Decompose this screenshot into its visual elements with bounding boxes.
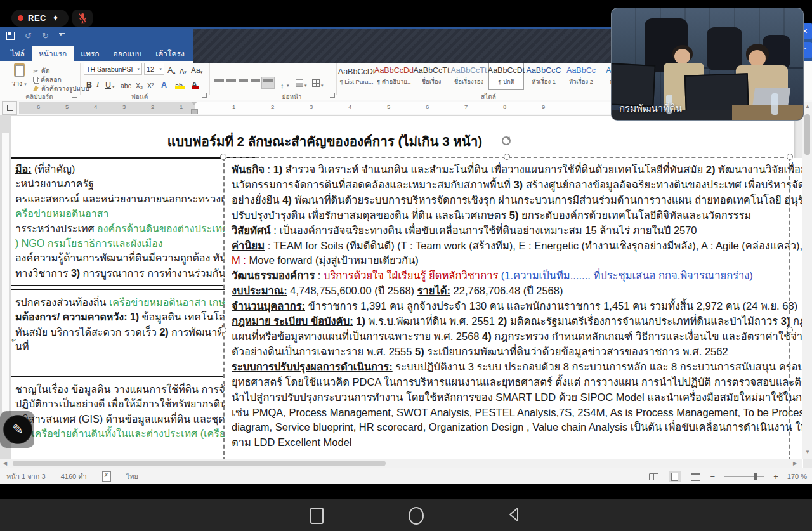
zoom-in-button[interactable]: + bbox=[773, 472, 778, 482]
ribbon-tab-3[interactable]: ออกแบบ bbox=[107, 46, 149, 61]
style-item-6[interactable]: AaBbCcหัวเรื่อง 2 bbox=[563, 62, 599, 90]
justify-icon[interactable] bbox=[251, 79, 260, 86]
selection-handle-top-right[interactable] bbox=[787, 154, 793, 160]
shading-dropdown-icon[interactable]: ▾ bbox=[304, 83, 307, 88]
print-layout-button[interactable] bbox=[669, 471, 681, 482]
align-right-icon[interactable] bbox=[239, 79, 248, 86]
italic-button[interactable]: I bbox=[96, 78, 99, 89]
proofing-icon[interactable] bbox=[102, 471, 111, 482]
webcam-overlay[interactable]: กรมพัฒนาที่ดิน bbox=[611, 8, 804, 121]
scroll-left-icon[interactable]: ◀ bbox=[3, 461, 7, 466]
customize-qat-icon[interactable] bbox=[59, 33, 65, 39]
home-circle-icon[interactable] bbox=[409, 507, 424, 525]
align-left-icon[interactable] bbox=[214, 79, 224, 86]
borders-dropdown-icon[interactable]: ▾ bbox=[321, 83, 324, 88]
style-item-2[interactable]: AaBbCcTtชื่อเรื่อง bbox=[414, 62, 449, 90]
clipboard-dialog-launcher-icon[interactable] bbox=[72, 93, 77, 98]
change-case-button[interactable]: Aa▾ bbox=[191, 63, 202, 75]
style-item-4[interactable]: AaBbCcDt¶ ปกติ bbox=[488, 62, 524, 90]
save-icon[interactable] bbox=[6, 32, 15, 40]
font-name-combo[interactable]: TH SarabunPSI▾ bbox=[84, 63, 142, 75]
sparkle-icon[interactable]: ✦ bbox=[52, 13, 59, 23]
selection-handle-left[interactable] bbox=[220, 327, 226, 333]
paragraph-dialog-launcher-icon[interactable] bbox=[330, 93, 335, 98]
back-triangle-icon[interactable] bbox=[508, 507, 520, 522]
main-text-box[interactable]: พันธกิจ : 1) สำรวจ วิเคราะห์ จำแนกดิน แล… bbox=[225, 158, 803, 469]
doc-line: ปรับปรุงบำรุงดิน เพื่อรักษาสมดุลของดิน ท… bbox=[232, 208, 796, 223]
read-mode-button[interactable] bbox=[648, 471, 660, 482]
zoom-slider[interactable] bbox=[724, 476, 764, 477]
scroll-right-icon[interactable]: ▶ bbox=[793, 461, 797, 466]
style-item-5[interactable]: AaBbCcCหัวเรื่อง 1 bbox=[526, 62, 561, 90]
redo-icon[interactable]: ↻ bbox=[42, 32, 49, 40]
undo-icon[interactable]: ↺ bbox=[25, 32, 32, 40]
style-item-1[interactable]: AaBbCcDd¶ คำอธิบาย... bbox=[376, 62, 412, 90]
doc-line: ร้างเครือข่ายด้านดินทั้งในและต่างประเทศ … bbox=[15, 426, 258, 441]
ribbon-tab-4[interactable]: เค้าโครง bbox=[148, 46, 192, 61]
bold-button[interactable]: B bbox=[86, 78, 92, 89]
selection-handle-top-left[interactable] bbox=[220, 154, 226, 160]
font-size-combo[interactable]: 12▾ bbox=[144, 63, 164, 75]
style-name: ¶ List Para... bbox=[339, 78, 373, 85]
shading-icon[interactable] bbox=[296, 79, 303, 87]
line-spacing-button[interactable]: ↕ bbox=[280, 78, 284, 89]
distribute-icon[interactable] bbox=[263, 79, 273, 86]
doc-line: มต้องการ/ ความคาดหวัง: 1) ข้อมูลดิน เทคโ… bbox=[15, 310, 255, 324]
grow-font-button[interactable]: A▴ bbox=[167, 63, 175, 75]
android-nav-bar bbox=[0, 499, 812, 531]
scroll-down-icon[interactable]: ▼ bbox=[805, 449, 810, 455]
borders-icon[interactable] bbox=[312, 79, 320, 87]
doc-line: ปฏิบัติการเป็นอย่างดี เพื่อให้มีการใช้ทร… bbox=[15, 397, 258, 411]
page-indicator[interactable]: หน้า 1 จาก 3 bbox=[6, 471, 46, 482]
horizontal-scrollbar[interactable]: ◀ ▶ bbox=[0, 459, 802, 468]
horizontal-scroll-thumb[interactable] bbox=[13, 461, 386, 466]
word-count[interactable]: 4160 คำ bbox=[61, 471, 87, 482]
strikethrough-button[interactable]: abc bbox=[121, 78, 131, 89]
doc-line: ตาม LDD Excellent Model bbox=[232, 435, 796, 450]
dark-overlay-panel bbox=[193, 29, 611, 63]
vertical-scrollbar[interactable]: ▲ ▼ bbox=[802, 102, 812, 459]
shrink-font-button[interactable]: A▾ bbox=[180, 63, 187, 75]
zoom-slider-thumb[interactable] bbox=[754, 473, 757, 480]
ribbon-tab-1[interactable]: หน้าแรก bbox=[32, 46, 74, 61]
language-indicator[interactable]: ไทย bbox=[126, 471, 138, 482]
indent-marker-top[interactable] bbox=[191, 102, 197, 105]
left-text-box-2[interactable]: รปกครองส่วนท้องถิ่น เครือข่ายหมอดินอาสา … bbox=[0, 289, 259, 377]
selection-handle-right[interactable] bbox=[787, 327, 793, 333]
pencil-edit-button[interactable]: ✎ bbox=[3, 415, 32, 444]
mic-muted-button[interactable] bbox=[72, 10, 93, 27]
ribbon-tab-0[interactable]: ไฟล์ bbox=[4, 46, 32, 61]
superscript-button[interactable]: X² bbox=[147, 78, 154, 89]
underline-button[interactable]: U bbox=[105, 78, 111, 89]
font-dialog-launcher-icon[interactable] bbox=[202, 93, 207, 98]
ribbon-tab-2[interactable]: แทรก bbox=[74, 46, 106, 61]
vertical-ruler[interactable] bbox=[0, 115, 11, 459]
recording-pill[interactable]: REC ✦ bbox=[11, 10, 69, 27]
indent-marker-bottom[interactable] bbox=[191, 109, 198, 114]
paste-button[interactable]: วาง ▾ bbox=[8, 63, 30, 91]
font-color-button[interactable]: A bbox=[192, 78, 197, 89]
selection-handle-top-center[interactable] bbox=[504, 154, 510, 160]
underline-dropdown-icon[interactable]: ▾ bbox=[112, 78, 115, 89]
zoom-level[interactable]: 170 % bbox=[787, 473, 807, 480]
ruler-number: 7 bbox=[464, 103, 468, 110]
left-text-box-1[interactable]: มือ: (ที่สำคัญ)ะหน่วยงานภาครัฐครและสหกรณ… bbox=[0, 157, 259, 286]
style-item-0[interactable]: AaBbCcDt¶ List Para... bbox=[339, 62, 374, 90]
vertical-scroll-thumb[interactable] bbox=[804, 114, 810, 155]
web-layout-button[interactable] bbox=[690, 471, 702, 482]
subscript-button[interactable]: X₂ bbox=[136, 78, 143, 89]
tab-selector[interactable] bbox=[2, 101, 17, 115]
zoom-out-button[interactable]: − bbox=[710, 472, 716, 482]
highlight-button[interactable]: ab bbox=[175, 78, 183, 89]
recents-square-icon[interactable] bbox=[310, 508, 324, 524]
doc-line: ชาญในเรื่อง ข้อมูลดิน วางแผนการใช้ที่ดิน… bbox=[15, 382, 258, 397]
style-name: ชื่อเรื่องรอง bbox=[454, 77, 483, 86]
text-effects-button[interactable]: A bbox=[161, 78, 167, 89]
rec-label: REC bbox=[28, 13, 46, 23]
style-item-3[interactable]: AaBbCcTtชื่อเรื่องรอง bbox=[451, 62, 487, 90]
scroll-up-icon[interactable]: ▲ bbox=[805, 103, 810, 109]
rotate-handle-icon[interactable] bbox=[502, 136, 511, 145]
line-spacing-dropdown-icon[interactable]: ▾ bbox=[287, 83, 289, 88]
doc-line: องค์ความรู้ด้านการพัฒนาที่ดินมีความถูกต้… bbox=[15, 251, 255, 265]
align-center-icon[interactable] bbox=[226, 79, 236, 86]
